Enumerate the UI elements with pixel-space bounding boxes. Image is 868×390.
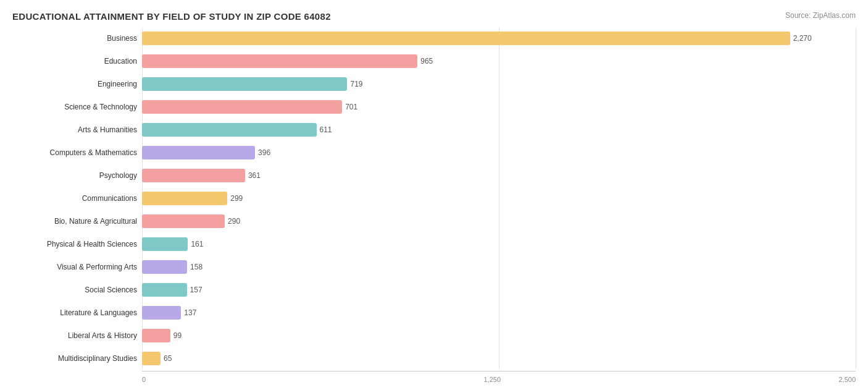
bar-label: Social Sciences <box>12 286 142 294</box>
bar-wrapper: 965 <box>142 54 856 68</box>
bar-label: Liberal Arts & History <box>12 331 142 340</box>
bar-wrapper: 701 <box>142 100 856 114</box>
bar-value: 299 <box>230 194 243 203</box>
bar-row: Business2,270 <box>12 28 856 49</box>
bar-value: 396 <box>258 148 270 157</box>
bar: 361 <box>142 169 245 182</box>
x-axis-tick: 2,500 <box>838 376 856 383</box>
bar: 157 <box>142 283 187 297</box>
bar-wrapper: 99 <box>142 329 856 342</box>
bar: 65 <box>142 352 161 365</box>
bar: 2,270 <box>142 32 790 45</box>
bar-value: 137 <box>184 308 196 317</box>
bar-value: 290 <box>228 217 240 226</box>
bar-wrapper: 161 <box>142 237 856 251</box>
bar-row: Literature & Languages137 <box>12 302 856 323</box>
bar-wrapper: 719 <box>142 77 856 91</box>
bar-value: 158 <box>190 263 202 271</box>
x-axis-tick: 1,250 <box>484 376 501 383</box>
bar: 299 <box>142 192 227 205</box>
bar-wrapper: 611 <box>142 123 856 137</box>
bar: 137 <box>142 306 181 320</box>
bar-value: 965 <box>420 57 433 66</box>
bar-wrapper: 137 <box>142 306 856 320</box>
bar: 611 <box>142 123 317 137</box>
bar: 158 <box>142 260 187 274</box>
bar-wrapper: 361 <box>142 169 856 182</box>
bar: 965 <box>142 54 417 68</box>
bar-row: Liberal Arts & History99 <box>12 325 856 346</box>
bar-wrapper: 396 <box>142 146 856 159</box>
bar-label: Engineering <box>12 80 142 88</box>
bar-wrapper: 290 <box>142 214 856 228</box>
x-axis-ticks: 01,2502,500 <box>142 373 856 383</box>
bar-label: Science & Technology <box>12 103 142 111</box>
bar-wrapper: 158 <box>142 260 856 274</box>
bar-value: 161 <box>191 240 203 248</box>
bar-label: Arts & Humanities <box>12 125 142 134</box>
bar-label: Psychology <box>12 171 142 180</box>
bar-row: Social Sciences157 <box>12 279 856 300</box>
bar-row: Arts & Humanities611 <box>12 119 856 140</box>
bar: 396 <box>142 146 255 159</box>
chart-source: Source: ZipAtlas.com <box>785 11 856 20</box>
x-axis-tick: 0 <box>142 376 146 383</box>
bar-value: 2,270 <box>793 34 812 43</box>
bar-label: Bio, Nature & Agricultural <box>12 217 142 226</box>
bar-wrapper: 299 <box>142 192 856 205</box>
bar-row: Multidisciplinary Studies65 <box>12 348 856 369</box>
chart-area: Business2,270Education965Engineering719S… <box>12 28 856 371</box>
bar-label: Education <box>12 57 142 66</box>
bar-label: Computers & Mathematics <box>12 148 142 157</box>
bar-row: Physical & Health Sciences161 <box>12 234 856 255</box>
chart-container: EDUCATIONAL ATTAINMENT BY FIELD OF STUDY… <box>0 0 868 390</box>
bar-row: Engineering719 <box>12 74 856 95</box>
bar-row: Visual & Performing Arts158 <box>12 256 856 278</box>
bar-value: 99 <box>173 331 182 340</box>
bar-wrapper: 65 <box>142 352 856 365</box>
bar-value: 719 <box>350 80 362 88</box>
bar-row: Communications299 <box>12 188 856 209</box>
bar-label: Visual & Performing Arts <box>12 263 142 271</box>
bar-value: 361 <box>248 171 261 180</box>
bar-wrapper: 2,270 <box>142 32 856 45</box>
bar-row: Education965 <box>12 51 856 72</box>
bar: 719 <box>142 77 347 91</box>
bar-label: Business <box>12 34 142 43</box>
bar-label: Multidisciplinary Studies <box>12 354 142 363</box>
bar-value: 65 <box>164 354 172 363</box>
bar-value: 611 <box>320 125 332 134</box>
chart-title: EDUCATIONAL ATTAINMENT BY FIELD OF STUDY… <box>12 11 856 22</box>
bar-row: Psychology361 <box>12 165 856 186</box>
bar-label: Communications <box>12 194 142 203</box>
bar-row: Computers & Mathematics396 <box>12 142 856 163</box>
bar: 161 <box>142 237 188 251</box>
bar-label: Literature & Languages <box>12 308 142 317</box>
bar: 290 <box>142 214 225 228</box>
bar-wrapper: 157 <box>142 283 856 297</box>
bars-section: Business2,270Education965Engineering719S… <box>12 28 856 371</box>
bar: 701 <box>142 100 342 114</box>
bar-row: Science & Technology701 <box>12 96 856 117</box>
bar: 99 <box>142 329 170 342</box>
bar-label: Physical & Health Sciences <box>12 240 142 248</box>
bar-row: Bio, Nature & Agricultural290 <box>12 211 856 232</box>
bar-value: 157 <box>190 286 202 294</box>
bar-value: 701 <box>345 103 357 111</box>
